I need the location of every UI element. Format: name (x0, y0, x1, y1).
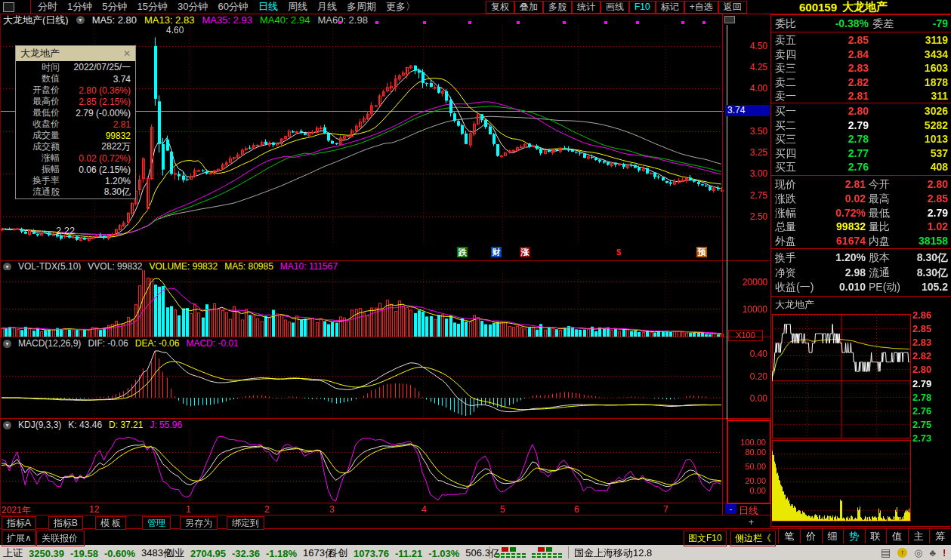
stat-label-涨幅: 涨幅 (775, 207, 796, 220)
side-tab-主[interactable]: 主 (908, 530, 929, 543)
gutter-period-label: 日线 (739, 504, 769, 518)
mini-price-scale-label: 2.78 (912, 392, 931, 403)
divider-line (0, 418, 770, 419)
indicator-tab-绑定到[interactable]: 绑定到 (227, 516, 264, 530)
side-tab-筹[interactable]: 筹 (930, 530, 951, 543)
indicator-tab-模 板[interactable]: 模 板 (95, 516, 126, 530)
period-item-周线[interactable]: 周线 (288, 0, 307, 14)
f10-link[interactable]: 图文F10 (684, 531, 727, 546)
toolbar-button-叠加[interactable]: 叠加 (514, 1, 543, 14)
toolbar-button-画线[interactable]: 画线 (601, 1, 629, 14)
toolbar-button-F10[interactable]: F10 (629, 1, 656, 14)
alert-icon[interactable]: ! (943, 547, 946, 558)
event-marker-财[interactable]: 财 (491, 247, 502, 257)
window-icon[interactable] (3, 2, 14, 12)
event-marker-涨[interactable]: 涨 (520, 247, 530, 257)
indicator-tab-指标A[interactable]: 指标A (2, 516, 36, 530)
side-tab-笔[interactable]: 笔 (779, 530, 800, 543)
stat-value: 0.72% (799, 207, 866, 219)
collapse-arrow-icon[interactable]: ▾ (3, 340, 11, 348)
orderbook-price: 2.77 (801, 147, 869, 159)
stat-value: 0.010 (799, 281, 866, 293)
macd-chart[interactable] (0, 349, 724, 417)
toolbar-button-复权[interactable]: 复权 (486, 1, 514, 14)
kdj-scale-label: 100.00 (728, 438, 766, 447)
period-item-日线[interactable]: 日线 (258, 0, 278, 14)
event-marker-跌[interactable]: 跌 (457, 247, 468, 257)
orderbook-row-label-买一: 买一 (775, 105, 796, 118)
popup-title: 大龙地产 (20, 47, 60, 60)
network-icon[interactable]: ◎ (914, 547, 922, 558)
period-item-30分钟[interactable]: 30分钟 (178, 0, 208, 14)
tree-icon[interactable]: ♣ (930, 547, 937, 558)
toolbar-button-+自选[interactable]: +自选 (684, 1, 718, 14)
collapse-arrow-icon[interactable]: ▾ (3, 263, 11, 271)
stat-label-最低: 最低 (869, 207, 890, 220)
side-tab-细[interactable]: 细 (822, 530, 843, 543)
linked-quote-tab[interactable]: 关联报价 (35, 531, 85, 546)
divider-line (770, 14, 951, 15)
mini-block (517, 553, 520, 555)
kdj-chart[interactable] (0, 430, 724, 503)
orderbook-volume: 537 (880, 147, 948, 159)
mini-block (517, 556, 520, 558)
side-tab-值[interactable]: 值 (887, 530, 908, 543)
popup-row-数值: 数值3.74 (16, 73, 135, 85)
event-marker-预[interactable]: 预 (696, 247, 707, 257)
header-label: DIF: -0.06 (88, 338, 128, 349)
period-item-更多〉[interactable]: 更多〉 (386, 0, 415, 14)
popup-row-流通股: 流通股8.30亿 (16, 186, 135, 198)
toolbar-button-统计[interactable]: 统计 (572, 1, 601, 14)
volume-bars-chart[interactable] (0, 270, 724, 337)
period-item-15分钟[interactable]: 15分钟 (137, 0, 167, 14)
news-ticker[interactable]: 国金上海移动12.8 (574, 546, 652, 560)
indicator-tab-管理[interactable]: 管理 (142, 516, 171, 530)
period-item-5分钟[interactable]: 5分钟 (102, 0, 127, 14)
period-item-分时[interactable]: 分时 (38, 0, 57, 14)
toolbar-button-返回[interactable]: 返回 (718, 1, 747, 14)
sidebar-toggle[interactable]: 侧边栏《 (730, 531, 776, 546)
event-marker-$[interactable]: $ (613, 247, 624, 257)
toolbar-button-标记[interactable]: 标记 (656, 1, 684, 14)
orderbook-volume: 3119 (880, 34, 948, 46)
popup-title-bar[interactable]: 大龙地产 ✕ (16, 46, 135, 61)
toolbar-buttons: 复权叠加多股统计画线F10标记+自选返回 (486, 0, 747, 14)
splitter-icon[interactable] (724, 16, 735, 23)
indicator-tab-另存为[interactable]: 另存为 (180, 516, 218, 530)
intraday-mini-chart[interactable] (772, 311, 911, 523)
stat-value: 38158 (900, 235, 948, 247)
header-label: KDJ(9,3,3) (18, 420, 61, 430)
period-item-1分钟[interactable]: 1分钟 (67, 0, 92, 14)
indicator-tab-指标B[interactable]: 指标B (48, 516, 83, 530)
collapse-arrow-icon[interactable]: ▾ (76, 16, 85, 24)
expand-tab[interactable]: 扩展∧ (2, 531, 37, 546)
stock-name[interactable]: 大龙地产 (842, 0, 888, 14)
period-item-多周期[interactable]: 多周期 (347, 0, 376, 14)
side-tab-联[interactable]: 联 (865, 530, 886, 543)
report-icon[interactable]: ▤ (881, 546, 891, 558)
close-icon[interactable]: ✕ (123, 48, 131, 59)
divider-line (722, 14, 723, 515)
coin-icon[interactable]: ↑ (897, 548, 907, 558)
collapse-arrow-icon[interactable]: ▾ (3, 421, 11, 429)
divider-line (770, 103, 951, 103)
stat-value: 2.79 (900, 207, 948, 219)
index-quote-创业[interactable]: 创业2704.95-32.36-1.18%1673亿 (165, 546, 335, 560)
stat-value: 2.98 (799, 266, 866, 278)
stat-label-总量: 总量 (775, 220, 796, 234)
period-item-60分钟[interactable]: 60分钟 (218, 0, 248, 14)
side-tab-势[interactable]: 势 (844, 530, 865, 543)
ohlc-info-popup[interactable]: 大龙地产 ✕ 时间2022/07/25/一数值3.74开盘价2.80 (0.36… (15, 45, 136, 199)
toolbar-button-多股[interactable]: 多股 (543, 1, 572, 14)
period-item-月线[interactable]: 月线 (317, 0, 337, 14)
timeframe-minus-button[interactable]: - (725, 504, 736, 514)
side-tab-价[interactable]: 价 (801, 530, 822, 543)
macd-scale-label: 0.40 (731, 349, 767, 359)
timeframe-plus-button[interactable]: + (746, 518, 756, 528)
index-quote-科创[interactable]: 科创1073.76-11.21-1.03%506.3亿 (328, 546, 500, 560)
price-scale-label: 3.25 (731, 147, 767, 158)
orderbook-price: 2.78 (801, 133, 869, 145)
signal-dot-icon (563, 21, 566, 24)
index-quote-上证[interactable]: 上证3250.39-19.58-0.60%3483亿 (3, 546, 173, 560)
index-change: -32.36 (232, 548, 260, 559)
